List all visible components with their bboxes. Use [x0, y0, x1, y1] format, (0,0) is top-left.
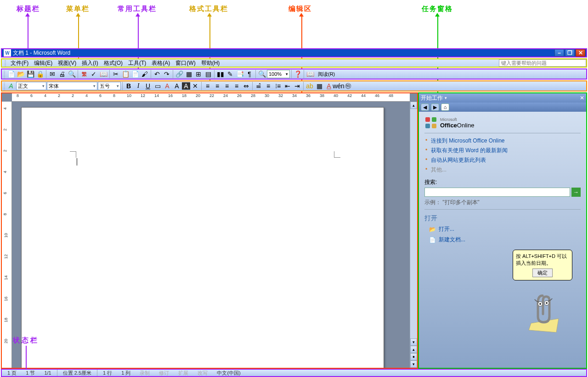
drawing-icon[interactable]: ✎: [226, 69, 235, 79]
increase-indent-icon[interactable]: ⇥: [293, 81, 302, 91]
search-go-button[interactable]: →: [571, 188, 581, 197]
redo-icon[interactable]: ↷: [162, 69, 171, 79]
permission-icon[interactable]: 🔒: [35, 69, 45, 79]
nav-home-button[interactable]: ⌂: [441, 103, 449, 111]
trad-simp-button[interactable]: 繁: [79, 69, 89, 79]
font-color-icon[interactable]: A: [324, 81, 334, 91]
tip-ok-button[interactable]: 确定: [532, 268, 553, 277]
minimize-button[interactable]: –: [554, 49, 564, 57]
align-left-icon[interactable]: ≡: [203, 81, 212, 91]
open-file-link[interactable]: 📂 打开...: [424, 224, 581, 234]
hyperlink-icon[interactable]: 🔗: [175, 69, 184, 79]
new-icon[interactable]: 📄: [6, 69, 16, 79]
phonetic-icon[interactable]: wén: [334, 81, 343, 91]
menu-help[interactable]: 帮助(H): [198, 59, 223, 68]
spellcheck-icon[interactable]: ✓: [89, 69, 98, 79]
char-scaling-a[interactable]: A: [182, 82, 190, 90]
menu-table[interactable]: 表格(A): [149, 59, 173, 68]
zoom-out-icon[interactable]: 🔍: [257, 69, 266, 79]
link-connect-online[interactable]: 连接到 Microsoft Office Online: [431, 136, 581, 146]
nav-forward-button[interactable]: ▶: [431, 103, 439, 111]
help-icon[interactable]: ❓: [293, 69, 302, 79]
show-marks-icon[interactable]: ¶: [245, 69, 254, 79]
enclose-char-icon[interactable]: ㊕: [344, 81, 353, 91]
char-border-a[interactable]: A: [172, 81, 181, 91]
help-search-input[interactable]: [499, 59, 586, 67]
link-more[interactable]: 其他...: [431, 165, 581, 175]
cut-icon[interactable]: ✂: [111, 69, 120, 79]
align-center-icon[interactable]: ≡: [213, 81, 222, 91]
paste-icon[interactable]: 📄: [130, 69, 140, 79]
horizontal-ruler[interactable]: 8642246810121416182022242628303234363840…: [12, 93, 410, 102]
excel-icon[interactable]: ▤: [204, 69, 213, 79]
zoom-combo[interactable]: 100%▾: [267, 70, 290, 78]
research-icon[interactable]: 📖: [99, 69, 108, 79]
style-combo[interactable]: 正文▾: [16, 82, 46, 90]
insert-table-icon[interactable]: ⊞: [194, 69, 203, 79]
maximize-button[interactable]: ❐: [565, 49, 575, 57]
align-justify-icon[interactable]: ≡: [232, 81, 241, 91]
menu-window[interactable]: 窗口(W): [173, 59, 198, 68]
align-right-icon[interactable]: ≡: [222, 81, 232, 91]
status-ext[interactable]: 扩展: [175, 370, 192, 377]
prev-page-button[interactable]: ▴: [410, 346, 417, 353]
read-mode-button[interactable]: 阅读(R): [315, 70, 338, 78]
toolbar-grip[interactable]: [4, 82, 5, 90]
link-update-list[interactable]: 自动从网站更新此列表: [431, 155, 581, 165]
format-painter-icon[interactable]: 🖌: [140, 69, 149, 79]
line-spacing-icon[interactable]: ≡̂: [254, 81, 263, 91]
bold-button[interactable]: B: [124, 81, 133, 91]
save-icon[interactable]: 💾: [26, 69, 35, 79]
distribute-icon[interactable]: ⇔: [242, 81, 251, 91]
nav-back-button[interactable]: ◀: [421, 103, 429, 111]
vertical-scrollbar[interactable]: ▴ ▾ ▴ ● ▾: [410, 102, 417, 368]
new-document-link[interactable]: 📄 新建文档...: [424, 234, 581, 245]
print-preview-icon[interactable]: 🔍: [67, 69, 76, 79]
menu-view[interactable]: 视图(V): [55, 59, 79, 68]
menu-format[interactable]: 格式(O): [101, 59, 125, 68]
menu-file[interactable]: 文件(F): [8, 59, 31, 68]
email-icon[interactable]: ✉: [48, 69, 57, 79]
menu-tools[interactable]: 工具(T): [125, 59, 149, 68]
read-icon[interactable]: 📖: [305, 69, 315, 79]
status-lang[interactable]: 中文(中国): [213, 370, 244, 377]
borders-icon[interactable]: ▦: [315, 81, 324, 91]
decrease-indent-icon[interactable]: ⇤: [283, 81, 292, 91]
vertical-ruler[interactable]: 422468101214161820: [2, 102, 12, 368]
border-icon[interactable]: ▭: [153, 81, 162, 91]
size-combo[interactable]: 五号▾: [98, 82, 121, 90]
char-shading-a[interactable]: A: [163, 81, 172, 91]
scroll-up-button[interactable]: ▴: [410, 102, 417, 109]
copy-icon[interactable]: 📋: [121, 69, 130, 79]
highlight-icon[interactable]: ab: [305, 81, 314, 91]
taskpane-close-button[interactable]: ✕: [580, 95, 584, 101]
search-input[interactable]: [424, 188, 570, 197]
undo-icon[interactable]: ↶: [153, 69, 162, 79]
status-rev[interactable]: 修订: [155, 370, 173, 377]
browse-object-button[interactable]: ●: [410, 353, 417, 360]
underline-button[interactable]: U: [143, 81, 153, 91]
bullets-icon[interactable]: ⁝≡: [273, 81, 283, 91]
taskpane-dropdown-icon[interactable]: ▾: [445, 96, 447, 100]
toolbar-grip[interactable]: [4, 70, 5, 78]
status-rec[interactable]: 录制: [136, 370, 153, 377]
link-word-news[interactable]: 获取有关使用 Word 的最新新闻: [431, 146, 581, 155]
print-icon[interactable]: 🖨: [57, 69, 67, 79]
scroll-down-button[interactable]: ▾: [410, 338, 417, 346]
numbering-icon[interactable]: ≡: [264, 81, 273, 91]
menu-insert[interactable]: 插入(I): [79, 59, 101, 68]
clippy-assistant-icon[interactable]: [526, 291, 563, 332]
next-page-button[interactable]: ▾: [410, 360, 417, 368]
page-canvas[interactable]: [12, 102, 410, 368]
menu-edit[interactable]: 编辑(E): [31, 59, 55, 68]
document-page[interactable]: [21, 107, 384, 368]
status-ovr[interactable]: 改写: [194, 370, 211, 377]
doc-map-icon[interactable]: 📑: [235, 69, 244, 79]
char-effect-icon[interactable]: ✕: [191, 81, 200, 91]
open-icon[interactable]: 📂: [16, 69, 25, 79]
close-button[interactable]: ✕: [576, 49, 585, 57]
style-icon[interactable]: A: [6, 81, 16, 91]
tables-borders-icon[interactable]: ▦: [184, 69, 193, 79]
toolbar-grip[interactable]: [5, 60, 6, 66]
columns-icon[interactable]: ▮▮: [216, 69, 225, 79]
